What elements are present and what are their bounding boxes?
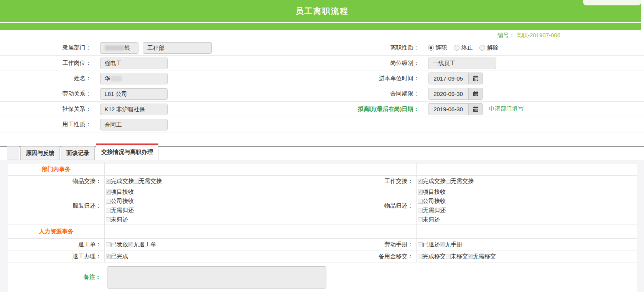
radio-icon[interactable] [454, 45, 460, 51]
checkbox-option[interactable]: 完成交接 [106, 178, 134, 185]
items-return-label: 物品归还： [325, 187, 417, 224]
dept-field[interactable]: 工程部 [143, 42, 212, 54]
top-right-panel-handle[interactable] [583, 0, 641, 5]
checkbox-option[interactable]: 无需归还 [418, 207, 637, 214]
table-row: 劳动关系： L81 公司 合同期限： 2020-09-30 [0, 86, 644, 102]
checkbox-option[interactable]: 无需交接 [134, 178, 162, 185]
tab-handover-resignation[interactable]: 交接情况与离职办理 [96, 144, 158, 160]
checkbox-icon[interactable] [418, 199, 423, 204]
nature-label: 离职性质： [307, 40, 424, 56]
table-row: 退工办理： 已完成 备用金移交： 完成移交未移交无需移交 [8, 251, 637, 262]
dept-company-field[interactable]: 银 [100, 42, 138, 54]
checkbox-option[interactable]: 完成移交 [418, 253, 446, 260]
checkbox-option[interactable]: 未归还 [418, 216, 637, 223]
checkbox-option[interactable]: 项目接收 [106, 188, 325, 196]
employment-type-field[interactable]: 合同工 [100, 119, 168, 130]
checkbox-icon[interactable] [106, 242, 111, 247]
join-date-field[interactable]: 2017-09-05 [428, 73, 468, 84]
checkbox-icon[interactable] [134, 179, 139, 184]
dept-label: 隶属部门： [0, 40, 96, 56]
checkbox-icon[interactable] [418, 254, 423, 259]
checkbox-option[interactable]: 已发放 [106, 241, 128, 248]
labor-handbook-label: 劳动手册： [325, 239, 417, 251]
checkbox-icon[interactable] [106, 254, 111, 259]
table-row: 工作岗位： 强电工 岗位级别： 一线员工 [0, 56, 644, 71]
radio-icon[interactable] [479, 45, 485, 51]
redacted-text [110, 76, 122, 81]
checkbox-icon[interactable] [106, 179, 111, 184]
table-row: 退工单： 已发放无退工单 劳动手册： 已退还无手册 [8, 239, 637, 251]
radio-icon[interactable] [428, 45, 434, 51]
checkbox-icon[interactable] [440, 242, 445, 247]
checkbox-icon[interactable] [106, 208, 111, 213]
checkbox-icon[interactable] [418, 179, 423, 184]
contract-end-field[interactable]: 2020-09-30 [428, 88, 468, 99]
checkbox-icon[interactable] [418, 217, 423, 222]
nature-radio-group: 辞职 终止 解除 [424, 40, 644, 56]
checkbox-option[interactable]: 无退工单 [128, 241, 156, 248]
calendar-icon [473, 91, 479, 97]
social-security-field[interactable]: K12 非沪籍社保 [100, 104, 168, 115]
name-field[interactable]: 华 [100, 73, 168, 84]
calendar-button[interactable] [468, 88, 483, 99]
position-field[interactable]: 强电工 [100, 58, 168, 69]
checkbox-icon[interactable] [418, 190, 423, 195]
social-security-label: 社保关系： [0, 102, 96, 117]
handover-table: 部门内事务 物品交接： 完成交接无需交接 工作交接： 完成交接无需交接 服装归还… [8, 163, 637, 292]
radio-option-resign[interactable]: 辞职 [428, 44, 447, 51]
table-row: 部门内事务 [8, 163, 637, 176]
labor-handbook-options: 已退还无手册 [417, 239, 637, 251]
petty-cash-options: 完成移交未移交无需移交 [417, 251, 637, 262]
checkbox-option[interactable]: 无手册 [440, 241, 462, 248]
checkbox-option[interactable]: 无需交接 [446, 178, 474, 185]
scrollbar-track[interactable] [641, 0, 644, 30]
exit-processing-label: 退工办理： [8, 251, 105, 262]
page-header: 员工离职流程 [0, 0, 644, 30]
quit-date-field[interactable]: 2019-06-30 [428, 104, 468, 115]
checkbox-option[interactable]: 无需移交 [468, 253, 496, 260]
level-label: 岗位级别： [307, 56, 424, 71]
checkbox-option[interactable]: 公司接收 [418, 198, 637, 205]
checkbox-icon[interactable] [106, 199, 111, 204]
checkbox-option[interactable]: 完成交接 [418, 178, 446, 185]
remarks-textarea[interactable] [107, 266, 326, 289]
section-dept-affairs: 部门内事务 [8, 163, 105, 176]
exit-processing-options: 已完成 [105, 251, 325, 262]
checkbox-option[interactable]: 项目接收 [418, 188, 637, 196]
checkbox-icon[interactable] [468, 254, 473, 259]
tab-reason-feedback[interactable]: 原因与反馈 [20, 146, 60, 160]
calendar-button[interactable] [468, 73, 483, 84]
checkbox-icon[interactable] [418, 208, 423, 213]
level-field[interactable]: 一线员工 [428, 58, 496, 69]
tab-bar: 原因与反馈 面谈记录 交接情况与离职办理 [0, 144, 644, 160]
radio-option-dissolve[interactable]: 解除 [479, 44, 499, 51]
checkbox-icon[interactable] [128, 242, 133, 247]
checkbox-option[interactable]: 无需归还 [106, 207, 325, 214]
table-row: 用工性质： 合同工 [0, 117, 644, 132]
checkbox-icon[interactable] [446, 179, 451, 184]
table-row: 备注： [8, 262, 637, 292]
work-handover-options: 完成交接无需交接 [417, 176, 637, 187]
checkbox-icon[interactable] [446, 254, 451, 259]
tab-interview-record[interactable]: 面谈记录 [61, 146, 95, 160]
table-row: 物品交接： 完成交接无需交接 工作交接： 完成交接无需交接 [8, 176, 637, 187]
tab-stub[interactable] [7, 146, 19, 160]
checkbox-option[interactable]: 未归还 [106, 216, 325, 223]
redacted-text [105, 45, 125, 51]
calendar-button[interactable] [468, 104, 483, 115]
item-handover-options: 完成交接无需交接 [105, 176, 325, 187]
checkbox-option[interactable]: 已完成 [106, 253, 128, 260]
serial-label: 编号： [497, 32, 515, 38]
checkbox-option[interactable]: 未移交 [446, 253, 468, 260]
header-green-strip [0, 23, 644, 30]
petty-cash-label: 备用金移交： [325, 251, 417, 262]
radio-option-terminate[interactable]: 终止 [454, 44, 473, 51]
checkbox-icon[interactable] [106, 190, 111, 195]
checkbox-option[interactable]: 已退还 [418, 241, 440, 248]
checkbox-option[interactable]: 公司接收 [106, 198, 325, 205]
table-row: 服装归还： 项目接收 公司接收 无需归还 未归还 物品归还： 项目接收 公司接收… [8, 187, 637, 224]
serial-number: 编号： 离职-201907-006 [424, 31, 644, 40]
checkbox-icon[interactable] [418, 242, 423, 247]
checkbox-icon[interactable] [106, 217, 111, 222]
labor-relation-field[interactable]: L81 公司 [100, 88, 168, 100]
